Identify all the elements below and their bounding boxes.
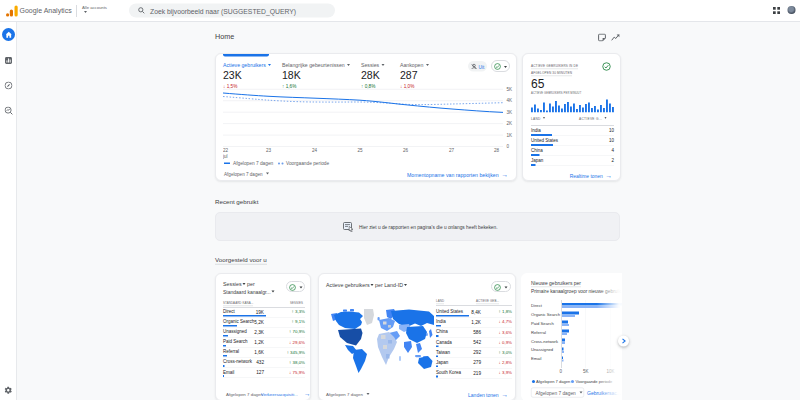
svg-text:25: 25 xyxy=(358,148,364,153)
svg-text:28: 28 xyxy=(494,148,500,153)
svg-text:23: 23 xyxy=(266,148,272,153)
svg-text:24: 24 xyxy=(312,148,318,153)
svg-text:0: 0 xyxy=(507,144,510,149)
svg-text:27: 27 xyxy=(449,148,455,153)
svg-text:2K: 2K xyxy=(507,121,514,126)
svg-text:5K: 5K xyxy=(507,87,514,92)
svg-text:jul: jul xyxy=(223,154,228,159)
svg-text:1K: 1K xyxy=(507,133,514,138)
svg-text:3K: 3K xyxy=(507,110,514,115)
svg-text:4K: 4K xyxy=(507,98,514,103)
svg-text:26: 26 xyxy=(403,148,409,153)
svg-text:22: 22 xyxy=(223,148,229,153)
